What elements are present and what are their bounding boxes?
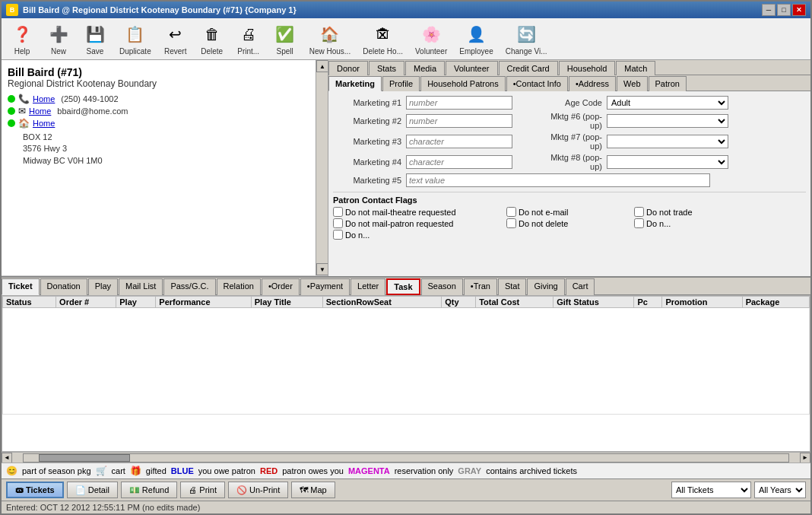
flag-extra2-checkbox[interactable]	[333, 230, 343, 240]
tab-donor[interactable]: Donor	[328, 61, 368, 75]
minimize-button[interactable]: ─	[762, 4, 776, 16]
scroll-track[interactable]	[23, 453, 789, 463]
tab-patron[interactable]: Patron	[649, 76, 687, 91]
maximize-button[interactable]: □	[777, 4, 791, 16]
un-print-icon: 🚫	[236, 485, 247, 495]
btab-season[interactable]: Season	[421, 278, 463, 295]
mktg6-select[interactable]	[607, 114, 728, 128]
horizontal-scrollbar[interactable]: ◄ ►	[2, 452, 810, 463]
address-icon: 🏠	[18, 118, 30, 129]
btab-donation[interactable]: Donation	[40, 278, 87, 295]
mktg7-select[interactable]	[607, 135, 728, 148]
title-bar: B Bill Baird @ Regional District Kootena…	[2, 2, 810, 18]
flag-no-delete-checkbox[interactable]	[506, 218, 516, 228]
new-house-button[interactable]: 🏠 New Hous...	[304, 20, 356, 58]
delete-house-button[interactable]: 🏚 Delete Ho...	[357, 20, 408, 58]
tab-credit-card[interactable]: Credit Card	[499, 61, 558, 75]
map-button[interactable]: 🗺 Map	[291, 482, 335, 498]
btab-mail-list[interactable]: Mail List	[119, 278, 163, 295]
change-view-button[interactable]: 🔄 Change Vi...	[500, 20, 553, 58]
scroll-down-button[interactable]: ▼	[316, 263, 328, 275]
magenta-text: reservation only	[395, 466, 454, 475]
btab-payment[interactable]: •Payment	[300, 278, 350, 295]
marketing2-input[interactable]	[406, 114, 512, 128]
btab-play[interactable]: Play	[88, 278, 118, 295]
marketing3-row: Marketing #3 Mktg #7 (pop-up)	[333, 132, 806, 151]
btab-relation[interactable]: Relation	[217, 278, 261, 295]
flag-no-mail-theatre-checkbox[interactable]	[333, 207, 343, 217]
spell-button[interactable]: ✅ Spell	[268, 20, 303, 58]
flag-no-mail-patron-checkbox[interactable]	[333, 218, 343, 228]
tab-marketing[interactable]: Marketing	[328, 76, 382, 91]
detail-label: Detail	[88, 485, 109, 494]
btab-tran[interactable]: •Tran	[464, 278, 497, 295]
patron-name: Bill Baird (#71)	[8, 66, 322, 78]
help-icon: ❓	[10, 22, 34, 46]
email-home-link[interactable]: Home	[29, 106, 51, 116]
scroll-right-button[interactable]: ►	[800, 453, 810, 463]
help-button[interactable]: ❓ Help	[5, 20, 40, 58]
address-row: 🏠 Home	[8, 118, 322, 129]
tab-household[interactable]: Household	[559, 61, 616, 75]
tab-web[interactable]: Web	[617, 76, 647, 91]
flag-no-trade-checkbox[interactable]	[634, 207, 644, 217]
btab-cart[interactable]: Cart	[566, 278, 595, 295]
ticket-table-wrapper[interactable]: Status Order # Play Performance Play Tit…	[2, 295, 810, 452]
print-action-button[interactable]: 🖨 Print	[180, 482, 225, 498]
flag-no-email-checkbox[interactable]	[506, 207, 516, 217]
print-button[interactable]: 🖨 Print...	[231, 20, 266, 58]
detail-icon: 📄	[75, 485, 86, 495]
col-qty: Qty	[442, 297, 476, 308]
un-print-button[interactable]: 🚫 Un-Print	[228, 482, 288, 498]
marketing5-input[interactable]	[406, 173, 710, 187]
scroll-up-button[interactable]: ▲	[316, 60, 328, 72]
spell-label: Spell	[277, 47, 293, 56]
btab-stat[interactable]: Stat	[498, 278, 527, 295]
marketing3-input[interactable]	[406, 135, 512, 148]
delete-house-label: Delete Ho...	[363, 47, 403, 56]
refund-button[interactable]: 💵 Refund	[121, 482, 177, 498]
red-label: RED	[260, 466, 278, 475]
status-bar: Entered: OCT 12 2012 12:55:11 PM (no edi…	[2, 501, 810, 513]
map-icon: 🗺	[300, 485, 308, 494]
scroll-left-button[interactable]: ◄	[2, 453, 12, 463]
tab-household-patrons[interactable]: Household Patrons	[420, 76, 506, 91]
save-button[interactable]: 💾 Save	[78, 20, 113, 58]
delete-button[interactable]: 🗑 Delete	[195, 20, 230, 58]
btab-order[interactable]: •Order	[262, 278, 300, 295]
tab-stats[interactable]: Stats	[369, 61, 404, 75]
tab-volunteer[interactable]: Volunteer	[446, 61, 497, 75]
btab-ticket[interactable]: Ticket	[2, 278, 40, 295]
phone-home-link[interactable]: Home	[33, 94, 55, 103]
employee-button[interactable]: 👤 Employee	[454, 20, 498, 58]
marketing1-input[interactable]	[406, 96, 512, 110]
tab-media[interactable]: Media	[405, 61, 445, 75]
duplicate-button[interactable]: 📋 Duplicate	[114, 20, 157, 58]
btab-task[interactable]: Task	[386, 278, 420, 295]
col-play-title: Play Title	[251, 297, 322, 308]
flag-extra-checkbox[interactable]	[634, 218, 644, 228]
cart-icon: 🛒	[96, 466, 107, 476]
volunteer-button[interactable]: 🌸 Volunteer	[410, 20, 452, 58]
mktg8-select[interactable]	[607, 155, 728, 169]
tab-contact-info[interactable]: •Contact Info	[506, 76, 568, 91]
address-home-link[interactable]: Home	[33, 119, 55, 128]
tab-address[interactable]: •Address	[569, 76, 616, 91]
tab-profile[interactable]: Profile	[382, 76, 420, 91]
year-filter-select[interactable]: All Years 2012 2011 2010	[754, 482, 806, 498]
close-button[interactable]: ✕	[792, 4, 806, 16]
btab-giving[interactable]: Giving	[527, 278, 564, 295]
age-code-select[interactable]: Adult	[607, 96, 728, 110]
magenta-label: MAGENTA	[348, 466, 390, 475]
revert-button[interactable]: ↩ Revert	[158, 20, 193, 58]
btab-pass-gc[interactable]: Pass/G.C.	[163, 278, 215, 295]
btab-letter[interactable]: Letter	[350, 278, 385, 295]
new-icon: ➕	[46, 22, 71, 46]
new-button[interactable]: ➕ New	[41, 20, 76, 58]
scroll-thumb[interactable]	[39, 454, 130, 462]
ticket-filter-select[interactable]: All Tickets Open Tickets Comp Tickets Ar…	[671, 482, 751, 498]
tickets-button[interactable]: 🎟 Tickets	[6, 482, 64, 498]
detail-button[interactable]: 📄 Detail	[67, 482, 118, 498]
marketing4-input[interactable]	[406, 155, 512, 169]
tab-match[interactable]: Match	[616, 61, 655, 75]
